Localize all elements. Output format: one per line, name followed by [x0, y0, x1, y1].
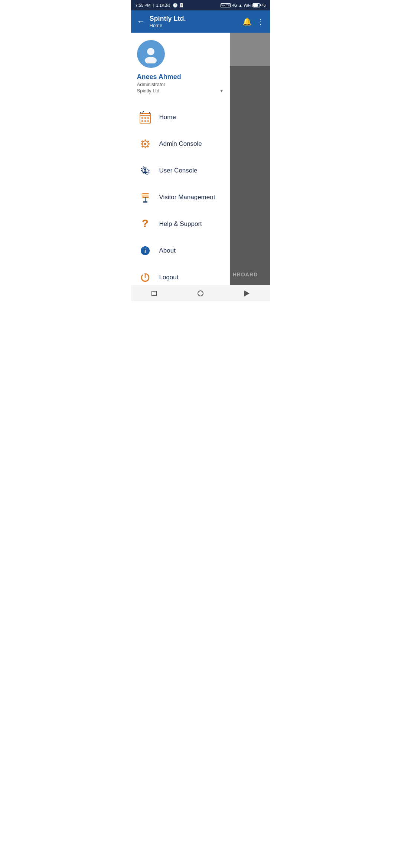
svg-rect-4	[141, 117, 143, 119]
svg-rect-20	[141, 144, 143, 145]
logout-icon	[137, 269, 153, 285]
nav-back-button[interactable]	[239, 285, 255, 302]
svg-rect-6	[147, 117, 149, 119]
menu-list: Home	[131, 102, 230, 285]
help-support-icon: ?	[137, 216, 153, 232]
sidebar-item-visitor-management[interactable]: VISITORS Visitor Management	[131, 184, 230, 211]
about-icon: i	[137, 243, 153, 259]
svg-rect-7	[141, 120, 143, 122]
admin-console-label: Admin Console	[159, 140, 202, 148]
svg-text:i: i	[144, 248, 146, 254]
avatar-icon	[141, 45, 160, 63]
svg-point-1	[145, 57, 157, 63]
svg-point-28	[141, 170, 142, 171]
notification-icon[interactable]: 🔔	[242, 17, 252, 26]
svg-text:VISITORS: VISITORS	[141, 195, 149, 197]
visitor-management-label: Visitor Management	[159, 194, 215, 201]
svg-rect-18	[144, 139, 146, 141]
right-panel-bottom: HBOARD	[230, 66, 270, 285]
user-company-row: Spintly Ltd. ▼	[137, 88, 224, 93]
svg-rect-8	[144, 120, 146, 122]
sidebar-item-user-console[interactable]: User Console	[131, 157, 230, 184]
app-title: Spintly Ltd.	[150, 15, 242, 23]
about-label: About	[159, 247, 176, 254]
logout-label: Logout	[159, 274, 179, 281]
network-speed: 1.1KB/s	[156, 3, 170, 7]
svg-point-32	[141, 168, 142, 169]
help-support-label: Help & Support	[159, 220, 202, 228]
alarm-icon: 🕐	[173, 3, 178, 8]
home-label: Home	[159, 114, 176, 121]
svg-point-17	[144, 143, 146, 145]
sidebar-item-logout[interactable]: Logout	[131, 264, 230, 285]
admin-console-icon	[137, 136, 153, 152]
app-icon: z	[180, 3, 183, 7]
wifi-icon: WiFi	[244, 3, 251, 7]
status-right: VoLTE 4G ▲ WiFi 46	[221, 3, 266, 7]
user-role: Administrator	[137, 82, 224, 87]
svg-point-30	[143, 167, 144, 168]
right-panel-top	[230, 33, 270, 66]
svg-text:?: ?	[141, 217, 148, 229]
user-console-icon	[137, 162, 153, 179]
dashboard-label: HBOARD	[233, 272, 258, 277]
profile-section: Anees Ahmed Administrator Spintly Ltd. ▼	[131, 33, 230, 99]
status-left: 7:55 PM | 1.1KB/s 🕐 z	[136, 3, 183, 8]
user-name: Anees Ahmed	[137, 73, 224, 81]
network-type: 4G	[232, 3, 237, 7]
navigation-drawer: Anees Ahmed Administrator Spintly Ltd. ▼	[131, 33, 230, 285]
svg-rect-19	[144, 147, 146, 148]
nav-circle-icon	[198, 290, 203, 296]
nav-square-button[interactable]	[146, 285, 162, 302]
signal-icon: ▲	[238, 3, 242, 7]
more-options-icon[interactable]: ⋮	[257, 17, 264, 26]
user-company: Spintly Ltd.	[137, 88, 161, 93]
sidebar-item-help-support[interactable]: ? Help & Support	[131, 211, 230, 237]
svg-rect-38	[143, 201, 147, 203]
svg-point-0	[147, 48, 154, 55]
volte-icon: VoLTE	[221, 3, 231, 7]
company-dropdown-arrow[interactable]: ▼	[219, 88, 224, 93]
svg-rect-3	[140, 114, 150, 116]
header-title-group: Spintly Ltd. Home	[150, 15, 242, 29]
battery-percent: 46	[261, 3, 265, 7]
nav-triangle-icon	[244, 290, 250, 296]
main-container: Anees Ahmed Administrator Spintly Ltd. ▼	[131, 33, 270, 285]
svg-point-33	[148, 172, 149, 174]
separator: |	[153, 3, 154, 7]
avatar	[137, 40, 165, 68]
nav-square-icon	[151, 291, 157, 296]
svg-point-27	[144, 168, 146, 171]
svg-point-31	[146, 174, 147, 175]
sidebar-item-about[interactable]: i About	[131, 237, 230, 264]
sidebar-item-admin-console[interactable]: Admin Console	[131, 131, 230, 157]
header-icons: 🔔 ⋮	[242, 17, 264, 26]
page-title: Home	[150, 23, 242, 28]
svg-rect-9	[147, 120, 149, 122]
time: 7:55 PM	[136, 3, 151, 7]
status-bar: 7:55 PM | 1.1KB/s 🕐 z VoLTE 4G ▲ WiFi 46	[131, 0, 270, 10]
sidebar-item-home[interactable]: Home	[131, 104, 230, 131]
battery-icon	[252, 3, 260, 7]
svg-rect-21	[148, 144, 150, 145]
right-panel: HBOARD	[230, 33, 270, 285]
back-button[interactable]: ←	[137, 17, 145, 26]
app-header: ← Spintly Ltd. Home 🔔 ⋮	[131, 10, 270, 33]
svg-point-29	[148, 170, 149, 171]
nav-home-button[interactable]	[192, 285, 209, 302]
bottom-nav	[131, 285, 270, 301]
user-console-label: User Console	[159, 167, 198, 174]
svg-rect-5	[144, 117, 146, 119]
home-icon	[137, 109, 153, 125]
visitor-management-icon: VISITORS	[137, 189, 153, 206]
